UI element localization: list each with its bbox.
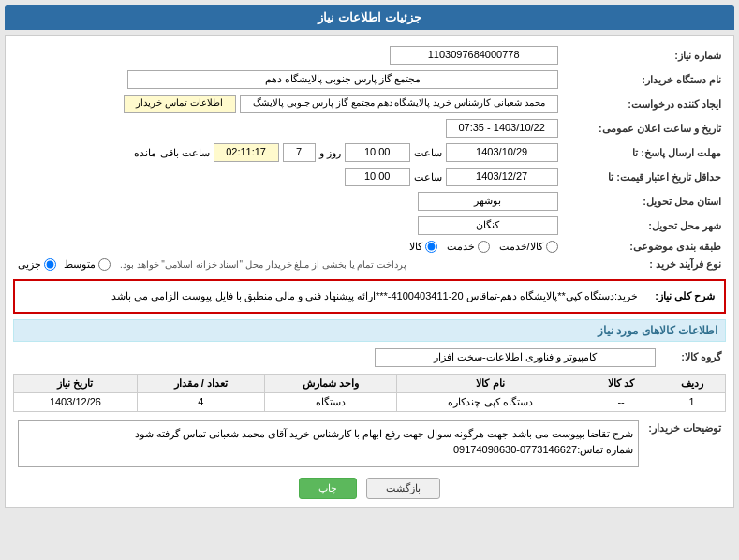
row-tarikh: تاریخ و ساعت اعلان عمومی: 1403/10/22 - 0… <box>13 116 726 140</box>
nofar-value: پرداخت تمام یا بخشی از مبلغ خریدار محل "… <box>13 256 563 273</box>
cell-vahed: دستگاه <box>264 392 396 411</box>
sharh-value: خرید:دستگاه کپی**پالایشگاه دهم-تماقاس 20… <box>24 287 638 305</box>
saaat-label: ساعت <box>414 147 442 159</box>
shahr-input: کنگان <box>418 216 558 235</box>
mohlat-time: 10:00 <box>345 143 410 162</box>
radio-motevaset[interactable]: متوسط <box>64 258 111 271</box>
namdastgah-input: مجتمع گاز پارس جنوبی پالایشگاه دهم <box>127 70 558 89</box>
row-hadeaghol: حداقل تاریخ اعتبار قیمت: تا 1403/12/27 س… <box>13 165 726 189</box>
row-namdastgah: نام دستگاه خریدار: مجتمع گاز پارس جنوبی … <box>13 67 726 92</box>
mohlat-date: 1403/10/29 <box>446 143 558 162</box>
col-vahed: واحد شمارش <box>264 374 396 392</box>
cell-radif: 1 <box>658 392 726 411</box>
tozi-label: توضیحات خریدار: <box>643 418 726 470</box>
cell-tedad: 4 <box>137 392 264 411</box>
ostan-label: استان محل تحویل: <box>563 189 726 214</box>
radio-khedmat[interactable]: خدمت <box>447 241 490 253</box>
mohlat-remaining: 02:11:17 <box>214 143 279 162</box>
row-mohlat: مهلت ارسال پاسخ: تا 1403/10/29 ساعت 10:0… <box>13 140 726 165</box>
tarikh-label: تاریخ و ساعت اعلان عمومی: <box>563 116 726 140</box>
hadeaghol-time: 10:00 <box>345 168 410 186</box>
remaining-label: ساعت باقی مانده <box>134 147 209 159</box>
gorohe-row: گروه کالا: کامپیوتر و فناوری اطلاعات-سخت… <box>13 346 726 370</box>
ijad-value: محمد شعبانی کارشناس خرید پالایشگاه دهم م… <box>13 92 563 116</box>
shahr-value: کنگان <box>13 214 563 238</box>
print-button[interactable]: چاپ <box>299 478 357 499</box>
page-title: جزئیات اطلاعات نیاز <box>318 10 421 24</box>
hadeaghol-value: 1403/12/27 ساعت 10:00 <box>13 165 563 189</box>
items-title: اطلاعات کالاهای مورد نیاز <box>13 319 726 342</box>
cell-tarikh: 1403/12/26 <box>14 392 138 411</box>
sharh-row: شرح کلی نیاز: خرید:دستگاه کپی**پالایشگاه… <box>24 287 715 305</box>
ostan-input: بوشهر <box>418 192 558 211</box>
info-table: شماره نیاز: 1103097684000778 نام دستگاه … <box>13 43 726 273</box>
col-tedad: تعداد / مقدار <box>137 374 264 392</box>
tabaghe-label: طبقه بندی موضوعی: <box>563 238 726 256</box>
shomare-label: شماره نیاز: <box>563 43 726 67</box>
gorohe-label: گروه کالا: <box>660 346 726 370</box>
content-box: شماره نیاز: 1103097684000778 نام دستگاه … <box>5 35 734 508</box>
tarikh-value: 1403/10/22 - 07:35 <box>13 116 563 140</box>
radio-jozi[interactable]: جزیی <box>18 258 56 271</box>
shomare-input: 1103097684000778 <box>390 46 558 65</box>
main-container: جزئیات اطلاعات نیاز شماره نیاز: 11030976… <box>0 0 739 512</box>
sharh-box: شرح کلی نیاز: خرید:دستگاه کپی**پالایشگاه… <box>13 279 726 314</box>
table-row: 1 -- دستگاه کپی چندکاره دستگاه 4 1403/12… <box>14 392 726 411</box>
saaat2-label: ساعت <box>414 171 442 184</box>
radio-kala[interactable]: کالا <box>409 241 437 253</box>
col-name: نام کالا <box>397 374 584 392</box>
col-radif: ردیف <box>658 374 726 392</box>
roz-label: روز و <box>319 147 341 159</box>
table-header-row: ردیف کد کالا نام کالا واحد شمارش تعداد /… <box>14 374 726 392</box>
mohlat-label: مهلت ارسال پاسخ: تا <box>563 140 726 165</box>
sharh-label: شرح کلی نیاز: <box>640 287 715 305</box>
back-button[interactable]: بازگشت <box>366 478 440 499</box>
tamas-link[interactable]: اطلاعات تماس خریدار <box>124 95 236 113</box>
col-kod: کد کالا <box>584 374 658 392</box>
items-table: ردیف کد کالا نام کالا واحد شمارش تعداد /… <box>13 374 726 412</box>
gorohe-value: کامپیوتر و فناوری اطلاعات-سخت افزار <box>13 346 660 370</box>
tozi-table: توضیحات خریدار: شرح تقاضا بپیوست می باشد… <box>13 418 726 470</box>
shomare-value: 1103097684000778 <box>66 43 563 67</box>
tozi-row: توضیحات خریدار: شرح تقاضا بپیوست می باشد… <box>13 418 726 470</box>
tabaghe-options: کالا/خدمت خدمت کالا <box>13 238 563 256</box>
page-header: جزئیات اطلاعات نیاز <box>5 5 734 30</box>
tarikh-input: 1403/10/22 - 07:35 <box>446 119 558 138</box>
hadeaghol-date: 1403/12/27 <box>446 168 558 186</box>
nofar-note: پرداخت تمام یا بخشی از مبلغ خریدار محل "… <box>120 259 406 270</box>
hadeaghol-label: حداقل تاریخ اعتبار قیمت: تا <box>563 165 726 189</box>
mohlat-roz: 7 <box>283 143 316 162</box>
ostan-value: بوشهر <box>13 189 563 214</box>
namdastgah-value: مجتمع گاز پارس جنوبی پالایشگاه دهم <box>13 67 563 92</box>
ijad-input: محمد شعبانی کارشناس خرید پالایشگاه دهم م… <box>240 95 558 113</box>
cell-name: دستگاه کپی چندکاره <box>397 392 584 411</box>
row-shomare: شماره نیاز: 1103097684000778 <box>13 43 726 67</box>
tozi-box: شرح تقاضا بپیوست می باشد-جهت هرگونه سوال… <box>18 420 639 467</box>
button-bar: بازگشت چاپ <box>13 478 726 499</box>
row-ostan: استان محل تحویل: بوشهر <box>13 189 726 214</box>
row-ijad: ایجاد کننده درخواست: محمد شعبانی کارشناس… <box>13 92 726 116</box>
gorohe-table: گروه کالا: کامپیوتر و فناوری اطلاعات-سخت… <box>13 346 726 370</box>
sharh-table: شرح کلی نیاز: خرید:دستگاه کپی**پالایشگاه… <box>22 286 717 307</box>
namdastgah-label: نام دستگاه خریدار: <box>563 67 726 92</box>
shahr-label: شهر محل تحویل: <box>563 214 726 238</box>
nofar-label: نوع فرآیند خرید : <box>563 256 726 273</box>
cell-kod: -- <box>584 392 658 411</box>
tozi-value: شرح تقاضا بپیوست می باشد-جهت هرگونه سوال… <box>13 418 643 470</box>
col-tarikh: تاریخ نیاز <box>14 374 138 392</box>
mohlat-value: 1403/10/29 ساعت 10:00 روز و 7 02:11:17 س… <box>13 140 563 165</box>
row-tabaghe: طبقه بندی موضوعی: کالا/خدمت خدمت کالا <box>13 238 726 256</box>
row-nofar: نوع فرآیند خرید : پرداخت تمام یا بخشی از… <box>13 256 726 273</box>
ijad-label: ایجاد کننده درخواست: <box>563 92 726 116</box>
row-shahr: شهر محل تحویل: کنگان <box>13 214 726 238</box>
gorohe-input: کامپیوتر و فناوری اطلاعات-سخت افزار <box>375 348 656 367</box>
radio-kala-khedmat[interactable]: کالا/خدمت <box>499 241 558 253</box>
